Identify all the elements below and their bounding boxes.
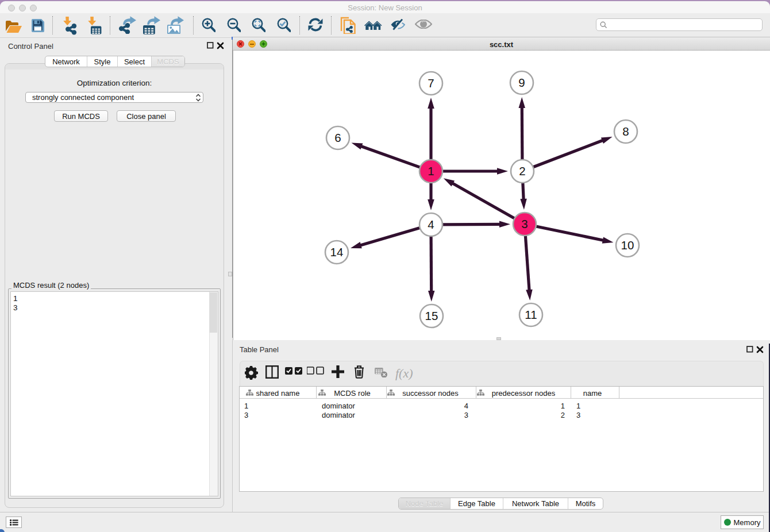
svg-text:1: 1 xyxy=(428,164,434,178)
svg-text:15: 15 xyxy=(425,309,438,322)
svg-text:3: 3 xyxy=(521,217,528,230)
svg-text:8: 8 xyxy=(622,125,629,138)
svg-text:9: 9 xyxy=(518,76,525,89)
svg-text:2: 2 xyxy=(519,164,525,178)
svg-text:7: 7 xyxy=(428,76,434,90)
svg-text:10: 10 xyxy=(621,238,634,252)
svg-text:11: 11 xyxy=(525,308,537,321)
svg-text:6: 6 xyxy=(334,131,341,144)
svg-text:14: 14 xyxy=(330,245,344,259)
svg-text:4: 4 xyxy=(428,218,434,231)
